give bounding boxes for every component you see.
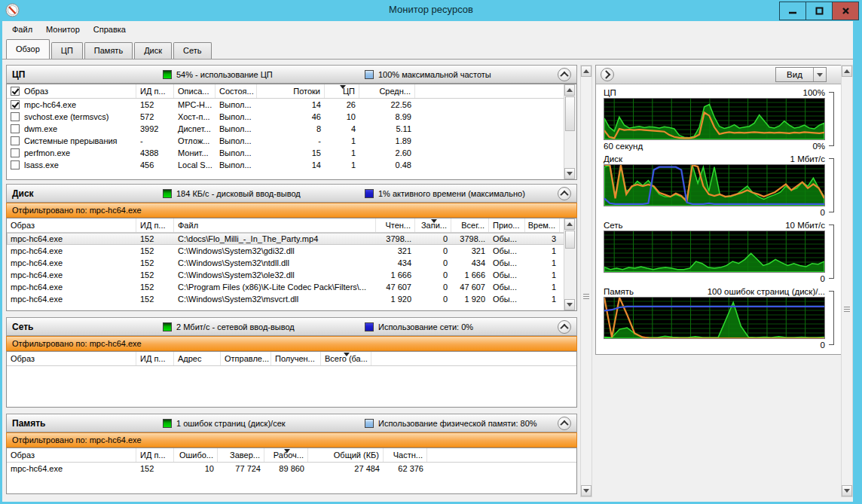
scroll-down-button[interactable] (581, 485, 591, 496)
table-row[interactable]: svchost.exe (termsvcs)572Хост-п...Выпол.… (7, 111, 576, 123)
scroll-down-button[interactable] (564, 299, 575, 310)
table-row[interactable]: mpc-hc64.exe152C:\Windows\System32\ntdll… (7, 257, 576, 269)
column-header[interactable]: Адрес (174, 352, 221, 365)
table-row[interactable]: mpc-hc64.exe152C:\docs\Flo_Milli_-_In_Th… (7, 233, 576, 245)
column-header[interactable]: Всего (ба... (321, 352, 371, 365)
column-header[interactable]: Файл (174, 218, 376, 232)
column-header[interactable]: Получен... (271, 352, 321, 365)
row-checkbox[interactable] (11, 148, 20, 157)
row-checkbox[interactable] (11, 124, 20, 133)
scroll-down-icon (844, 489, 850, 493)
scroll-down-button[interactable] (564, 168, 575, 179)
column-header[interactable]: Общий (КБ) (308, 448, 384, 462)
column-header[interactable]: Образ (7, 448, 136, 462)
scroll-up-button[interactable] (564, 218, 575, 230)
column-header[interactable]: Образ (7, 84, 136, 98)
column-header[interactable]: ИД п... (136, 218, 174, 232)
cpu-section-header[interactable]: ЦП 54% - использование ЦП 100% максималь… (6, 65, 577, 84)
scale-bracket (829, 291, 834, 345)
row-checkbox[interactable] (11, 100, 20, 109)
column-header[interactable]: Состоя... (216, 84, 257, 98)
right-pane-scrollbar[interactable] (841, 65, 853, 497)
column-header[interactable]: Прио... (489, 218, 525, 232)
network-table: ОбразИД п...АдресОтправле...Получен...Вс… (6, 351, 577, 408)
network-section-header[interactable]: Сеть 2 Мбит/с - сетевой ввод-вывод Испол… (6, 317, 577, 336)
scroll-up-button[interactable] (564, 84, 575, 96)
menu-help[interactable]: Справка (87, 23, 133, 36)
tab-disk[interactable]: Диск (134, 42, 172, 59)
cell: C:\Windows\System32\ole32.dll (174, 270, 376, 279)
disk-collapse-button[interactable] (558, 187, 571, 200)
column-header[interactable]: Ошибо... (174, 448, 218, 462)
table-row[interactable]: mpc-hc64.exe1521077 72489 86027 48462 37… (7, 463, 576, 475)
view-dropdown-button[interactable]: Вид (775, 67, 827, 82)
column-header[interactable]: ИД п... (136, 448, 174, 462)
menu-file[interactable]: Файл (5, 23, 39, 36)
disk-chart-scale-bottom: 0 (821, 208, 825, 217)
cpu-table-scrollbar[interactable] (564, 84, 576, 179)
column-header[interactable]: ЦП (325, 84, 359, 98)
cell: 10 (325, 112, 359, 121)
select-all-checkbox[interactable] (11, 87, 20, 96)
scroll-down-button[interactable] (842, 485, 852, 496)
column-header[interactable]: Рабоч... (264, 448, 308, 462)
scroll-up-button[interactable] (842, 66, 852, 77)
tab-memory[interactable]: Память (84, 42, 133, 59)
column-header[interactable]: Образ (7, 352, 136, 365)
view-dropdown-arrow[interactable] (813, 68, 826, 81)
column-header[interactable]: Чтен... (376, 218, 415, 232)
scroll-up-button[interactable] (581, 66, 591, 77)
row-checkbox[interactable] (11, 160, 20, 170)
table-row[interactable]: mpc-hc64.exe152MPC-H...Выпол...142622.56 (7, 99, 576, 111)
memory-section-header[interactable]: Память 1 ошибок страниц (диск)/сек Испол… (6, 414, 577, 432)
menu-monitor[interactable]: Монитор (39, 23, 87, 36)
column-header[interactable]: ИД п... (136, 84, 174, 98)
cpu-collapse-button[interactable] (558, 68, 571, 81)
minimize-button[interactable] (779, 2, 806, 20)
table-row[interactable]: perfmon.exe4388Монит...Выпол...1512.60 (7, 147, 576, 159)
close-button[interactable] (832, 2, 859, 20)
table-row[interactable]: dwm.exe3992Диспет...Выпол...845.11 (7, 123, 576, 135)
cell: 5.11 (359, 124, 415, 133)
column-header[interactable]: Описа... (174, 84, 216, 98)
column-header[interactable]: ИД п... (136, 352, 174, 365)
column-header[interactable]: Врем... (525, 218, 560, 232)
panel-expand-button[interactable] (601, 68, 614, 81)
maximize-button[interactable] (805, 2, 833, 20)
scroll-thumb[interactable] (565, 231, 575, 249)
splitter-grip-icon[interactable] (844, 307, 850, 313)
column-header[interactable]: Всег... (451, 218, 489, 232)
cpu-section-title: ЦП (7, 69, 163, 80)
cell: C:\Windows\System32\msvcrt.dll (174, 295, 376, 304)
scroll-thumb[interactable] (565, 96, 575, 131)
table-row[interactable]: mpc-hc64.exe152C:\Windows\System32\gdi32… (7, 245, 576, 257)
memory-collapse-button[interactable] (558, 417, 571, 430)
column-header[interactable]: Отправле... (221, 352, 271, 365)
table-row[interactable]: mpc-hc64.exe152C:\Program Files (x86)\K-… (7, 281, 576, 293)
splitter-grip-icon[interactable] (583, 294, 589, 300)
tab-network[interactable]: Сеть (173, 42, 211, 59)
tab-cpu[interactable]: ЦП (51, 42, 83, 59)
table-row[interactable]: mpc-hc64.exe152C:\Windows\System32\ole32… (7, 269, 576, 281)
column-header[interactable]: Потоки (257, 84, 325, 98)
disk-blue-legend-icon (365, 189, 374, 198)
column-header[interactable]: Частн... (384, 448, 427, 462)
column-header[interactable]: Завер... (218, 448, 264, 462)
table-row[interactable]: mpc-hc64.exe152C:\Windows\System32\msvcr… (7, 293, 576, 305)
column-header[interactable]: Запи... (415, 218, 451, 232)
tab-overview[interactable]: Обзор (6, 39, 50, 59)
table-row[interactable]: lsass.exe456Local S...Выпол...1410.48 (7, 159, 576, 171)
titlebar[interactable]: Монитор ресурсов (0, 0, 862, 21)
chevron-down-icon (817, 73, 823, 77)
table-row[interactable]: Системные прерывания-Отлож...Выпол...-11… (7, 135, 576, 147)
memory-table: ОбразИД п...Ошибо...Завер...Рабоч...Общи… (6, 447, 577, 494)
disk-section-header[interactable]: Диск 184 КБ/с - дисковый ввод-вывод 1% а… (6, 184, 577, 203)
row-checkbox[interactable] (11, 112, 20, 121)
column-header[interactable]: Средн... (359, 84, 415, 98)
left-pane-scrollbar[interactable] (580, 65, 592, 497)
network-collapse-button[interactable] (558, 320, 571, 334)
row-checkbox[interactable] (11, 136, 20, 145)
disk-table-scrollbar[interactable] (564, 218, 576, 310)
column-header[interactable]: Образ (7, 218, 136, 232)
disk-table-body: mpc-hc64.exe152C:\docs\Flo_Milli_-_In_Th… (7, 233, 576, 305)
